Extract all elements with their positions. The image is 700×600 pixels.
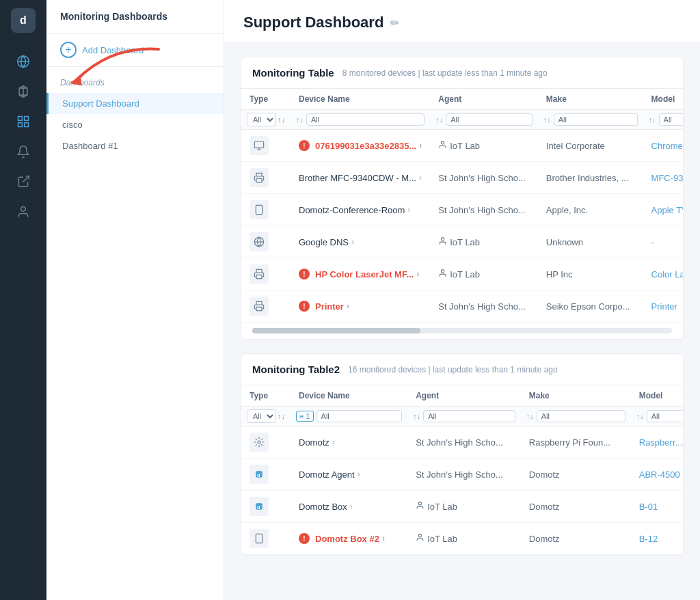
agent-name: IoT Lab: [450, 269, 480, 279]
sidebar-item-dashboard1[interactable]: Dashboard #1: [46, 135, 224, 156]
chevron-right-icon[interactable]: ›: [419, 173, 422, 182]
error-indicator: !: [299, 269, 310, 279]
device-name-cell[interactable]: !Domotz Box #2›: [291, 523, 407, 555]
device-name-cell[interactable]: !HP Color LaserJet MF...›: [291, 258, 430, 290]
device-name-cell[interactable]: Domotz-Conference-Room›: [291, 194, 430, 226]
device-name-cell[interactable]: !076199031e3a33e2835...›: [291, 130, 430, 162]
chevron-right-icon[interactable]: ›: [407, 205, 410, 215]
agent-cell: St John's High Scho...: [407, 459, 521, 491]
table-row[interactable]: dDomotz Agent›St John's High Scho...Domo…: [241, 459, 683, 491]
col-model-1: Model: [643, 89, 683, 110]
type-filter-2[interactable]: All ↑↓: [247, 409, 285, 423]
make-cell: Unknown: [538, 226, 643, 258]
table-row[interactable]: Domotz›St John's High Scho...Raspberry P…: [241, 426, 683, 459]
device-name-cell[interactable]: Domotz Box›: [291, 491, 407, 523]
col-agent-1: Agent: [430, 89, 538, 110]
type-cell: [241, 226, 291, 258]
nav-globe-icon[interactable]: [11, 49, 36, 74]
agent-name: IoT Lab: [427, 502, 457, 512]
chevron-right-icon[interactable]: ›: [332, 437, 335, 447]
device-sort-1[interactable]: ↑↓: [296, 115, 304, 124]
make-filter-input-2[interactable]: [537, 410, 625, 422]
page-title: Support Dashboard: [243, 14, 383, 31]
svg-point-21: [442, 238, 444, 241]
model-sort-2[interactable]: ↑↓: [636, 412, 644, 420]
model-filter-input-2[interactable]: [647, 410, 683, 422]
type-sort-2[interactable]: ↑↓: [278, 412, 285, 420]
error-indicator: !: [299, 533, 310, 544]
type-select-1[interactable]: All: [247, 113, 276, 126]
chevron-right-icon[interactable]: ›: [419, 141, 422, 150]
device-filter-active-2[interactable]: ≡ 1: [296, 411, 314, 422]
table-row[interactable]: Brother MFC-9340CDW - M...›St John's Hig…: [241, 162, 683, 194]
type-cell: [241, 194, 291, 226]
table1-scrollbar[interactable]: [252, 328, 672, 333]
chevron-right-icon[interactable]: ›: [416, 269, 419, 279]
dashboards-section: Dashboards Support Dashboard cisco Dashb…: [46, 67, 224, 167]
device-name-cell[interactable]: !Printer›: [291, 290, 430, 323]
nav-bell-icon[interactable]: [11, 139, 36, 164]
chevron-right-icon[interactable]: ›: [350, 502, 353, 511]
type-cell: [241, 130, 291, 162]
monitoring-table-2: Monitoring Table2 16 monitored devices |…: [241, 353, 684, 556]
device-name-cell[interactable]: Domotz›: [291, 426, 407, 459]
device-name-cell[interactable]: Domotz Agent›: [291, 459, 407, 491]
agent-cell: St John's High Scho...: [430, 194, 538, 226]
sidebar-title: Monitoring Dashboards: [46, 0, 224, 33]
svg-rect-8: [18, 123, 23, 127]
svg-text:d: d: [257, 504, 260, 510]
make-cell: Domotz: [521, 523, 631, 555]
table-row[interactable]: dDomotz Box›IoT LabDomotzB-01: [241, 491, 683, 523]
model-sort-1[interactable]: ↑↓: [649, 115, 656, 124]
type-select-2[interactable]: All: [247, 409, 276, 423]
agent-sort-1[interactable]: ↑↓: [435, 115, 443, 124]
table-row[interactable]: !HP Color LaserJet MF...›IoT LabHP IncCo…: [241, 258, 683, 290]
table1-container: Type Device Name Agent Make Model All ↑↓: [241, 89, 683, 323]
device-name-cell[interactable]: Brother MFC-9340CDW - M...›: [291, 162, 430, 194]
make-cell: Brother Industries, ...: [538, 162, 643, 194]
sidebar-item-support-dashboard[interactable]: Support Dashboard: [46, 93, 224, 114]
type-filter-1[interactable]: All ↑↓: [247, 113, 285, 126]
chevron-right-icon[interactable]: ›: [358, 469, 360, 479]
model-cell: Apple TV: [643, 194, 683, 226]
type-cell: [241, 426, 291, 459]
add-dashboard-button[interactable]: + Add Dashboard: [46, 33, 224, 67]
type-sort-1[interactable]: ↑↓: [278, 115, 285, 124]
error-indicator: !: [299, 140, 310, 151]
nav-user-icon[interactable]: [11, 200, 36, 224]
table-row[interactable]: !Printer›St John's High Scho...Seiko Eps…: [241, 290, 683, 323]
agent-filter-input-1[interactable]: [446, 113, 533, 126]
agent-sort-2[interactable]: ↑↓: [413, 412, 420, 420]
nav-ticket-icon[interactable]: [11, 169, 36, 194]
model-cell: ABR-4500: [631, 459, 683, 491]
make-sort-2[interactable]: ↑↓: [526, 412, 534, 420]
make-sort-1[interactable]: ↑↓: [543, 115, 551, 124]
device-name-text: HP Color LaserJet MF...: [315, 269, 414, 279]
col-device-1: Device Name: [291, 89, 430, 110]
table-row[interactable]: Google DNS›IoT LabUnknown-: [241, 226, 683, 258]
chevron-right-icon[interactable]: ›: [351, 237, 354, 247]
agent-filter-input-2[interactable]: [423, 410, 515, 422]
nav-dashboard-icon[interactable]: [11, 109, 36, 134]
agent-icon: [438, 140, 447, 151]
nav-network-icon[interactable]: [11, 79, 36, 104]
table-row[interactable]: !076199031e3a33e2835...›IoT LabIntel Cor…: [241, 130, 683, 162]
dashboards-section-label: Dashboards: [46, 78, 224, 93]
chevron-right-icon[interactable]: ›: [382, 534, 385, 543]
type-cell: d: [241, 459, 291, 491]
device-filter-input-1[interactable]: [306, 113, 425, 126]
agent-cell: St John's High Scho...: [407, 426, 521, 459]
model-filter-input-1[interactable]: [659, 113, 683, 126]
device-name-text: Domotz Agent: [299, 469, 355, 480]
col-make-1: Make: [538, 89, 643, 110]
device-name-cell[interactable]: Google DNS›: [291, 226, 430, 258]
chevron-right-icon[interactable]: ›: [347, 301, 349, 311]
svg-point-30: [419, 502, 422, 505]
edit-icon[interactable]: ✏: [390, 16, 399, 29]
make-filter-input-1[interactable]: [554, 113, 638, 126]
device-filter-input-2[interactable]: [317, 410, 403, 422]
agent-name: St John's High Scho...: [438, 173, 526, 183]
table-row[interactable]: !Domotz Box #2›IoT LabDomotzB-12: [241, 523, 683, 555]
table-row[interactable]: Domotz-Conference-Room›St John's High Sc…: [241, 194, 683, 226]
sidebar-item-cisco[interactable]: cisco: [46, 114, 224, 135]
